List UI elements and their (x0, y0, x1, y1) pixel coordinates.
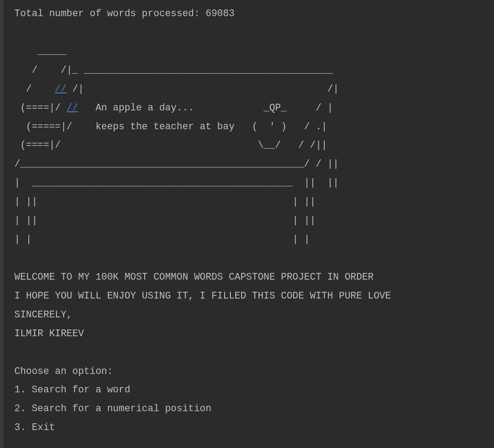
welcome-line: SINCERELY, (14, 309, 72, 320)
ascii-art-line: _____ (14, 46, 66, 57)
header-line: Total number of words processed: 69083 (14, 8, 234, 19)
path-link[interactable]: // (66, 102, 78, 113)
menu-option[interactable]: 2. Search for a numerical position (14, 403, 212, 414)
terminal-output: Total number of words processed: 69083 _… (0, 4, 494, 437)
ascii-art-line: (====|/ // An apple a day... _QP_ / | (14, 102, 333, 113)
welcome-line: ILMIR KIREEV (14, 328, 84, 339)
ascii-art-line: | ______________________________________… (14, 177, 339, 188)
menu-prompt: Choose an option: (14, 366, 113, 377)
ascii-art-line: (====|/ \__/ / /|| (14, 140, 327, 150)
ascii-art-line: | | | | (14, 234, 310, 245)
ascii-art-line: / // /| /| (14, 83, 339, 94)
ascii-art-line: /_______________________________________… (14, 158, 339, 169)
welcome-line: I HOPE YOU WILL ENJOY USING IT, I FILLED… (14, 290, 391, 301)
left-gutter (0, 0, 4, 448)
menu-option[interactable]: 3. Exit (14, 422, 55, 433)
path-link[interactable]: // (55, 83, 66, 94)
welcome-line: WELCOME TO MY 100K MOST COMMON WORDS CAP… (14, 272, 374, 282)
ascii-art-line: | || | || (14, 215, 316, 226)
ascii-art-line: / /|_ __________________________________… (14, 65, 333, 75)
ascii-art-line: | || | || (14, 196, 316, 207)
menu-option[interactable]: 1. Search for a word (14, 384, 130, 395)
ascii-art-line: (=====|/ keeps the teacher at bay ( ' ) … (14, 121, 327, 132)
